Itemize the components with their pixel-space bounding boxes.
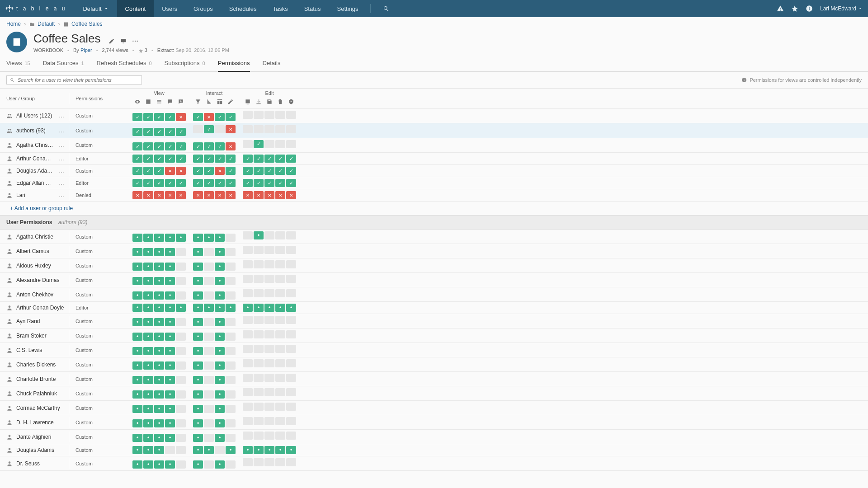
perm-cell[interactable] <box>132 128 142 136</box>
perm-cell[interactable] <box>243 260 253 268</box>
perm-cell[interactable] <box>275 388 285 396</box>
perm-cell[interactable] <box>193 263 203 271</box>
perm-cell[interactable] <box>275 155 285 163</box>
perm-cell[interactable] <box>275 417 285 425</box>
perm-cell[interactable] <box>286 179 296 187</box>
tab-views[interactable]: Views15 <box>6 60 30 71</box>
perm-cell[interactable] <box>154 291 164 300</box>
alerts-icon[interactable] <box>777 5 784 12</box>
perm-cell[interactable] <box>254 304 264 312</box>
perm-cell[interactable] <box>286 304 296 312</box>
perm-cell[interactable] <box>176 248 186 256</box>
perm-cell[interactable] <box>215 263 225 271</box>
perm-cell[interactable] <box>275 275 285 283</box>
perm-cell[interactable] <box>193 125 203 133</box>
perm-cell[interactable] <box>154 318 164 326</box>
perm-cell[interactable] <box>154 234 164 242</box>
perm-cell[interactable] <box>193 347 203 355</box>
perm-cell[interactable] <box>176 277 186 285</box>
perm-cell[interactable] <box>193 304 203 312</box>
perm-cell[interactable] <box>193 234 203 242</box>
perm-cell[interactable] <box>286 275 296 283</box>
perm-cell[interactable] <box>226 125 236 133</box>
perm-cell[interactable] <box>143 248 153 256</box>
perm-cell[interactable] <box>132 179 142 187</box>
perm-cell[interactable] <box>165 191 175 199</box>
perm-cell[interactable] <box>286 140 296 148</box>
perm-cell[interactable] <box>215 304 225 312</box>
perm-cell[interactable] <box>132 304 142 312</box>
row-actions-icon[interactable]: … <box>57 142 66 148</box>
perm-cell[interactable] <box>165 347 175 355</box>
perm-cell[interactable] <box>176 390 186 399</box>
perm-cell[interactable] <box>226 277 236 285</box>
perm-cell[interactable] <box>132 333 142 341</box>
perm-cell[interactable] <box>132 434 142 442</box>
perm-cell[interactable] <box>132 446 142 454</box>
perm-cell[interactable] <box>264 417 274 425</box>
tab-permissions[interactable]: Permissions <box>218 60 250 72</box>
perm-cell[interactable] <box>254 111 264 119</box>
perm-cell[interactable] <box>254 388 264 396</box>
perm-cell[interactable] <box>264 432 274 440</box>
perm-cell[interactable] <box>165 333 175 341</box>
perm-cell[interactable] <box>264 191 274 199</box>
perm-cell[interactable] <box>204 277 214 285</box>
perm-cell[interactable] <box>226 179 236 187</box>
user-row[interactable]: D. H. LawrenceCustom <box>0 415 868 430</box>
perm-cell[interactable] <box>215 125 225 133</box>
perm-cell[interactable] <box>254 140 264 148</box>
perm-cell[interactable] <box>193 361 203 370</box>
user-row[interactable]: Agatha ChristieCustom <box>0 230 868 244</box>
perm-cell[interactable] <box>286 374 296 382</box>
perm-cell[interactable] <box>226 361 236 370</box>
perm-cell[interactable] <box>132 277 142 285</box>
perm-cell[interactable] <box>154 361 164 370</box>
perm-cell[interactable] <box>286 345 296 353</box>
perm-cell[interactable] <box>176 179 186 187</box>
perm-cell[interactable] <box>193 167 203 175</box>
perm-cell[interactable] <box>226 191 236 199</box>
perm-cell[interactable] <box>275 316 285 324</box>
perm-cell[interactable] <box>226 155 236 163</box>
perm-cell[interactable] <box>264 359 274 367</box>
perm-cell[interactable] <box>154 333 164 341</box>
perm-cell[interactable] <box>215 318 225 326</box>
perm-cell[interactable] <box>215 234 225 242</box>
perm-cell[interactable] <box>254 167 264 175</box>
perm-cell[interactable] <box>215 291 225 300</box>
perm-cell[interactable] <box>226 390 236 399</box>
perm-cell[interactable] <box>275 345 285 353</box>
perm-cell[interactable] <box>132 460 142 469</box>
perm-cell[interactable] <box>165 155 175 163</box>
user-row[interactable]: Ayn RandCustom <box>0 314 868 328</box>
nav-groups[interactable]: Groups <box>185 0 221 17</box>
perm-cell[interactable] <box>226 318 236 326</box>
row-actions-icon[interactable]: … <box>57 180 66 186</box>
tab-subscriptions[interactable]: Subscriptions0 <box>165 60 205 71</box>
perm-cell[interactable] <box>226 460 236 469</box>
perm-cell[interactable] <box>286 446 296 454</box>
perm-cell[interactable] <box>243 191 253 199</box>
perm-cell[interactable] <box>215 191 225 199</box>
site-selector[interactable]: Default <box>75 5 117 12</box>
perm-cell[interactable] <box>165 304 175 312</box>
perm-cell[interactable] <box>165 277 175 285</box>
perm-cell[interactable] <box>226 347 236 355</box>
perm-cell[interactable] <box>193 155 203 163</box>
perm-cell[interactable] <box>286 289 296 297</box>
perm-cell[interactable] <box>226 333 236 341</box>
perm-cell[interactable] <box>243 275 253 283</box>
perm-cell[interactable] <box>154 347 164 355</box>
row-actions-icon[interactable]: … <box>57 127 66 134</box>
perm-cell[interactable] <box>243 316 253 324</box>
perm-cell[interactable] <box>243 458 253 466</box>
perm-cell[interactable] <box>204 460 214 469</box>
perm-cell[interactable] <box>264 167 274 175</box>
perm-cell[interactable] <box>286 191 296 199</box>
perm-cell[interactable] <box>143 390 153 399</box>
row-actions-icon[interactable]: … <box>57 113 66 119</box>
perm-cell[interactable] <box>215 376 225 384</box>
perm-cell[interactable] <box>215 248 225 256</box>
perm-cell[interactable] <box>204 142 214 150</box>
